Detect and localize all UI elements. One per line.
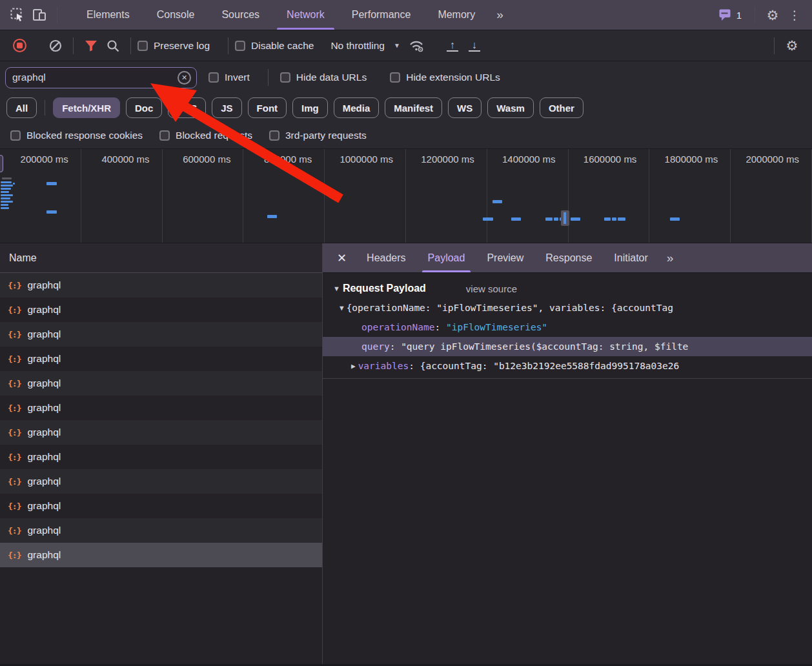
request-row[interactable]: {:}graphql xyxy=(0,469,322,494)
waterfall-bar[interactable] xyxy=(612,217,616,221)
invert-checkbox[interactable] xyxy=(208,72,219,83)
payload-row-query[interactable]: query: "query ipFlowTimeseries($accountT… xyxy=(323,337,812,356)
chip-img[interactable]: Img xyxy=(292,97,328,118)
waterfall-bar[interactable] xyxy=(492,200,502,203)
request-row[interactable]: {:}graphql xyxy=(0,322,322,347)
blocked-requests-checkbox[interactable] xyxy=(159,130,170,141)
clear-network-log-button[interactable] xyxy=(45,35,66,57)
waterfall-bar[interactable] xyxy=(1,185,13,187)
search-button[interactable] xyxy=(102,35,124,57)
request-row[interactable]: {:}graphql xyxy=(0,273,322,298)
network-settings-icon[interactable]: ⚙ xyxy=(781,35,803,57)
request-payload-section[interactable]: ▼ Request Payload view source xyxy=(323,273,812,298)
expand-variables-icon[interactable]: ▶ xyxy=(351,362,356,370)
waterfall-bar[interactable] xyxy=(511,217,521,221)
record-network-log-button[interactable] xyxy=(13,39,26,52)
chip-wasm[interactable]: Wasm xyxy=(487,97,534,118)
request-row[interactable]: {:}graphql xyxy=(0,396,322,420)
tab-elements[interactable]: Elements xyxy=(73,0,143,30)
request-row[interactable]: {:}graphql xyxy=(0,445,322,469)
waterfall-bar[interactable] xyxy=(1,207,9,209)
collapse-object-icon[interactable]: ▼ xyxy=(340,304,344,312)
tab-console[interactable]: Console xyxy=(143,0,208,30)
selected-request-marker[interactable] xyxy=(561,210,569,226)
detail-tab-preview[interactable]: Preview xyxy=(476,243,534,272)
clear-filter-icon[interactable]: ✕ xyxy=(178,71,191,85)
throttling-select[interactable]: No throttling ▼ xyxy=(330,40,400,52)
request-row[interactable]: {:}graphql xyxy=(0,371,322,396)
hide-data-urls-checkbox[interactable] xyxy=(280,72,290,83)
fetch-xhr-icon: {:} xyxy=(8,354,21,364)
waterfall-bar[interactable] xyxy=(571,217,580,221)
more-detail-tabs-icon[interactable]: » xyxy=(659,251,680,265)
waterfall-bar[interactable] xyxy=(604,217,611,221)
close-details-icon[interactable]: ✕ xyxy=(328,251,356,265)
chip-js[interactable]: JS xyxy=(212,97,241,118)
name-column-header[interactable]: Name xyxy=(0,243,322,273)
chip-media[interactable]: Media xyxy=(334,97,380,118)
request-row[interactable]: {:}graphql xyxy=(0,494,322,518)
request-row[interactable]: {:}graphql xyxy=(0,298,322,322)
network-conditions-button[interactable] xyxy=(405,35,427,57)
request-row[interactable]: {:}graphql xyxy=(0,518,322,543)
more-panels-icon[interactable]: » xyxy=(489,8,510,22)
waterfall-bar[interactable] xyxy=(46,182,57,185)
hide-extension-urls-checkbox[interactable] xyxy=(390,72,400,83)
detail-tab-initiator[interactable]: Initiator xyxy=(603,243,658,272)
waterfall-bar[interactable] xyxy=(1,191,9,193)
waterfall-bar[interactable] xyxy=(1,201,13,203)
request-row[interactable]: {:}graphql xyxy=(0,347,322,371)
waterfall-bar[interactable] xyxy=(670,217,680,221)
waterfall-bar[interactable] xyxy=(483,217,493,221)
waterfall-bar[interactable] xyxy=(1,188,11,190)
tab-performance[interactable]: Performance xyxy=(338,0,425,30)
third-party-checkbox[interactable] xyxy=(269,130,279,141)
waterfall-bar[interactable] xyxy=(267,215,277,218)
blocked-cookies-checkbox[interactable] xyxy=(10,130,21,141)
waterfall-bar[interactable] xyxy=(1,194,13,196)
chip-css[interactable]: CSS xyxy=(168,97,206,118)
tab-memory[interactable]: Memory xyxy=(424,0,489,30)
detail-tab-response[interactable]: Response xyxy=(534,243,603,272)
import-har-icon[interactable]: ↑ xyxy=(447,39,458,52)
chip-all[interactable]: All xyxy=(6,97,37,118)
request-row[interactable]: {:}graphql xyxy=(0,420,322,445)
filter-toggle-button[interactable] xyxy=(80,35,102,57)
preserve-log-checkbox[interactable] xyxy=(137,41,148,51)
payload-row-operation-name[interactable]: operationName: "ipFlowTimeseries" xyxy=(323,318,812,337)
view-source-link[interactable]: view source xyxy=(466,283,517,294)
chip-doc[interactable]: Doc xyxy=(126,97,162,118)
chip-manifest[interactable]: Manifest xyxy=(385,97,442,118)
waterfall-bar[interactable] xyxy=(1,197,10,199)
payload-summary-row[interactable]: ▼ {operationName: "ipFlowTimeseries", va… xyxy=(323,298,812,318)
export-har-icon[interactable]: ↓ xyxy=(469,39,480,52)
waterfall-bar[interactable] xyxy=(46,210,57,214)
chip-ws[interactable]: WS xyxy=(448,97,482,118)
detail-tab-headers[interactable]: Headers xyxy=(356,243,416,272)
waterfall-bar[interactable] xyxy=(545,217,553,221)
console-messages-button[interactable]: 1 xyxy=(712,8,748,21)
overview-resize-handle[interactable] xyxy=(0,155,3,172)
waterfall-bar[interactable] xyxy=(1,204,8,206)
inspect-element-icon[interactable] xyxy=(6,4,28,26)
waterfall-bar[interactable] xyxy=(618,217,625,221)
collapse-section-icon[interactable]: ▼ xyxy=(333,285,340,292)
disable-cache-checkbox[interactable] xyxy=(235,41,245,51)
chip-other[interactable]: Other xyxy=(540,97,584,118)
waterfall-bar[interactable] xyxy=(2,177,12,179)
chip-fetch-xhr[interactable]: Fetch/XHR xyxy=(53,97,120,118)
waterfall-bar[interactable] xyxy=(13,183,15,185)
request-row[interactable]: {:}graphql xyxy=(0,543,322,567)
network-overview-timeline[interactable]: 200000 ms400000 ms600000 ms800000 ms1000… xyxy=(0,149,812,243)
chip-font[interactable]: Font xyxy=(248,97,287,118)
settings-icon[interactable]: ⚙ xyxy=(762,4,784,26)
tab-network[interactable]: Network xyxy=(273,0,338,30)
tab-sources[interactable]: Sources xyxy=(208,0,273,30)
network-filter-input[interactable]: graphql ✕ xyxy=(5,67,197,88)
payload-row-variables[interactable]: ▶ variables: {accountTag: "b12e3b2192ee5… xyxy=(323,356,812,376)
waterfall-bar[interactable] xyxy=(1,181,12,183)
waterfall-bar[interactable] xyxy=(554,217,558,221)
device-toolbar-icon[interactable] xyxy=(28,4,50,26)
menu-icon[interactable]: ⋮ xyxy=(784,4,806,26)
detail-tab-payload[interactable]: Payload xyxy=(417,243,476,272)
